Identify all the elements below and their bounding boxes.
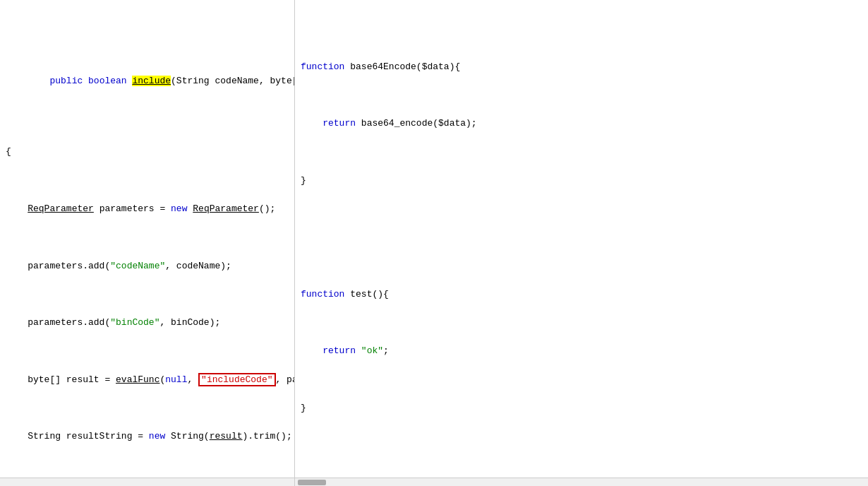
code-line: function base64Encode($data){ [295, 60, 868, 74]
code-line: { [0, 145, 294, 159]
left-code-area: public boolean include(String codeName, … [0, 0, 294, 486]
right-code-area: function base64Encode($data){ return bas… [295, 0, 868, 486]
code-line: parameters.add("binCode", binCode); [0, 316, 294, 330]
code-line: } [295, 174, 868, 188]
code-line: byte[] result = evalFunc(null, "includeC… [0, 373, 294, 387]
code-line: parameters.add("codeName", codeName); [0, 259, 294, 273]
code-line: return base64_encode($data); [295, 117, 868, 131]
code-line: } [295, 401, 868, 415]
code-line: function test(){ [295, 288, 868, 302]
code-line: String resultString = new String(result)… [0, 429, 294, 444]
code-line [295, 458, 868, 473]
right-code-panel: function base64Encode($data){ return bas… [295, 0, 868, 486]
code-line: public boolean include(String codeName, … [0, 60, 294, 102]
code-line: return "ok"; [295, 344, 868, 358]
code-line: ReqParameter parameters = new ReqParamet… [0, 202, 294, 216]
code-line [295, 230, 868, 244]
right-scrollbar[interactable] [295, 478, 868, 486]
left-code-panel: public boolean include(String codeName, … [0, 0, 295, 486]
left-scrollbar[interactable] [0, 478, 294, 486]
scrollbar-thumb[interactable] [298, 480, 326, 485]
